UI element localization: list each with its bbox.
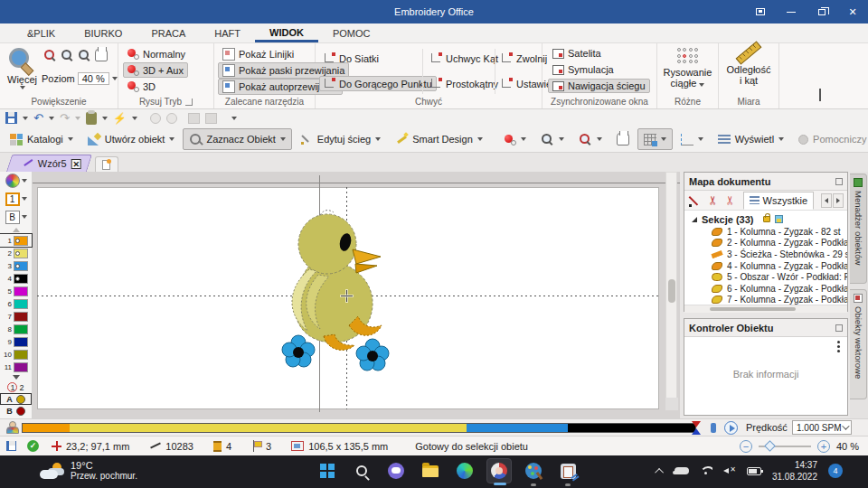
map-horizontal-scrollbar[interactable] xyxy=(684,305,847,313)
color-row-11[interactable]: 11 xyxy=(0,361,32,373)
undo-icon[interactable]: ↶ xyxy=(33,112,43,124)
tab-obiekty-wektorowe[interactable]: Obiekty wektorowe xyxy=(850,289,867,399)
embroidery-office-taskbar-button[interactable] xyxy=(486,458,512,483)
red-zoom-button[interactable] xyxy=(498,128,533,150)
scissors-icon[interactable]: ✂ xyxy=(707,195,719,205)
new-document-tab[interactable] xyxy=(95,156,118,172)
tab-widok[interactable]: WIDOK xyxy=(255,24,318,42)
zoom-in-icon[interactable] xyxy=(43,49,57,62)
clock[interactable]: 14:37 31.08.2022 xyxy=(772,459,817,483)
tab-close-icon[interactable]: ✕ xyxy=(71,159,81,169)
zoom-more-button[interactable]: Więcej xyxy=(7,47,37,89)
stitch-navigation-button[interactable]: Nawigacja ściegu xyxy=(548,79,650,93)
filter-all-tab[interactable]: Wszystkie xyxy=(743,192,815,210)
section-item[interactable]: 4 - Kolumna - Zygzak - Podkład: Kra xyxy=(684,260,847,272)
panel-pin-icon[interactable] xyxy=(835,324,843,332)
chat-button[interactable] xyxy=(383,458,409,483)
zoom-selection-icon[interactable] xyxy=(61,49,74,62)
thread-a-row[interactable]: A xyxy=(0,393,32,405)
ribbon-display-options-button[interactable] xyxy=(745,0,776,23)
battery-icon[interactable] xyxy=(747,467,761,475)
nav-right-button[interactable] xyxy=(833,193,844,208)
speed-select[interactable]: 1.000 SPM xyxy=(792,420,852,435)
color-row-5[interactable]: 5 xyxy=(0,285,32,297)
draw-mode-3d-button[interactable]: 3D xyxy=(123,79,160,94)
sections-root[interactable]: Sekcje (33) xyxy=(684,212,847,226)
tab-haft[interactable]: HAFT xyxy=(200,25,255,42)
tab-praca[interactable]: PRACA xyxy=(137,25,200,42)
color-row-9[interactable]: 9 xyxy=(0,335,32,348)
start-button[interactable] xyxy=(315,458,340,483)
color-row-4[interactable]: 4 xyxy=(0,272,32,285)
section-item[interactable]: 7 - Kolumna - Zygzak - Podkład: Kra xyxy=(684,295,847,305)
draw-mode-normal-button[interactable]: Normalny xyxy=(123,46,190,61)
palette-scroll-down[interactable] xyxy=(13,375,20,380)
design-canvas[interactable] xyxy=(33,172,680,418)
lock-icon[interactable] xyxy=(763,216,770,222)
pan-button[interactable] xyxy=(610,128,636,150)
paste-icon[interactable] xyxy=(86,112,97,125)
simulation-button[interactable]: Symulacja xyxy=(548,62,618,77)
color-row-1[interactable]: 1 xyxy=(0,234,32,247)
palette-scroll-up[interactable] xyxy=(13,228,20,232)
tab-menadzer-obiektow[interactable]: Menadżer obiektów xyxy=(850,174,867,284)
snap-hotpoint-button[interactable]: Do Gorącego Punktu xyxy=(319,76,437,91)
continuous-drawing-button[interactable]: Rysowanie ciągłe xyxy=(657,47,718,89)
section-item[interactable]: 5 - Obszar - Wzór - Podkład: Równo xyxy=(684,271,847,283)
stitch-pen-icon[interactable] xyxy=(688,194,701,207)
pomocniczy-mode-button[interactable]: Pomocniczy xyxy=(792,128,868,150)
onedrive-icon[interactable] xyxy=(675,467,689,474)
color-row-3[interactable]: 3 xyxy=(0,259,32,272)
zoom-level-value[interactable]: 40 % xyxy=(78,72,109,85)
nav-left-button[interactable] xyxy=(821,193,832,208)
undo-dropdown-icon[interactable] xyxy=(49,117,54,120)
lightning-dropdown-icon[interactable] xyxy=(132,117,137,120)
zoom-slider-handle[interactable] xyxy=(764,440,776,452)
restore-button[interactable] xyxy=(807,0,837,23)
file-explorer-button[interactable] xyxy=(418,458,443,483)
tab-plik[interactable]: &PLIK xyxy=(13,25,70,42)
zaznacz-obiekt-button[interactable]: Zaznacz Obiekt xyxy=(183,128,291,150)
guides-button[interactable] xyxy=(675,128,710,150)
wyswietl-button[interactable]: Wyświetl xyxy=(712,128,790,150)
zoom-level-dropdown-icon[interactable] xyxy=(112,77,118,80)
palette-app-button[interactable] xyxy=(521,458,546,483)
section-item[interactable]: 3 - Ścieżka - Stebnówka - 29 st xyxy=(684,249,847,260)
edge-button[interactable] xyxy=(452,458,477,483)
toolbar-overflow-icon[interactable] xyxy=(231,117,237,120)
document-tab-wzor5[interactable]: Wzór5 ✕ xyxy=(6,155,92,172)
snap-rectangular-button[interactable]: Prostokątny xyxy=(426,76,503,91)
panel-pin-icon[interactable] xyxy=(835,178,843,185)
section-item[interactable]: 6 - Kolumna - Zygzak - Podkład: Kra xyxy=(684,283,847,295)
play-simulation-button[interactable] xyxy=(724,421,738,435)
dialog-launcher-icon[interactable] xyxy=(185,99,193,106)
tab-pomoc[interactable]: POMOC xyxy=(318,25,385,42)
needle-slot-selector[interactable]: 1 xyxy=(0,190,32,208)
close-button[interactable]: ✕ xyxy=(837,0,868,23)
stitch-progress-bar[interactable] xyxy=(22,423,696,433)
zoom-in-button[interactable]: + xyxy=(817,440,830,453)
tray-chevron-icon[interactable] xyxy=(655,467,664,476)
collapse-ribbon-button[interactable] xyxy=(819,90,821,101)
color-row-10[interactable]: 10 xyxy=(0,348,32,361)
distance-angle-button[interactable]: Odległość i kąt xyxy=(719,49,778,86)
snap-grid-button[interactable]: Do Siatki xyxy=(319,51,383,66)
zoom-slider[interactable] xyxy=(759,446,811,447)
duck-embroidery-design[interactable] xyxy=(262,210,407,372)
smart-design-button[interactable]: Smart Design xyxy=(389,128,489,150)
background-slot-selector[interactable]: B xyxy=(0,208,32,226)
search-button[interactable] xyxy=(349,458,374,483)
minimize-button[interactable] xyxy=(776,0,807,23)
satellite-button[interactable]: Satelita xyxy=(548,46,606,61)
color-row-7[interactable]: 7 xyxy=(0,310,32,323)
lightning-icon[interactable]: ⚡ xyxy=(113,112,127,125)
save-dropdown-icon[interactable] xyxy=(23,117,28,120)
tab-biurko[interactable]: BIURKO xyxy=(70,25,137,42)
grid-toggle-button[interactable] xyxy=(637,128,673,150)
wifi-icon[interactable] xyxy=(700,466,712,475)
katalogi-button[interactable]: Katalogi xyxy=(4,128,80,150)
tree-expander-icon[interactable] xyxy=(692,217,697,222)
paste-dropdown-icon[interactable] xyxy=(102,117,108,120)
section-item[interactable]: 1 - Kolumna - Zygzak - 82 st xyxy=(684,226,847,238)
color-row-8[interactable]: 8 xyxy=(0,323,32,335)
